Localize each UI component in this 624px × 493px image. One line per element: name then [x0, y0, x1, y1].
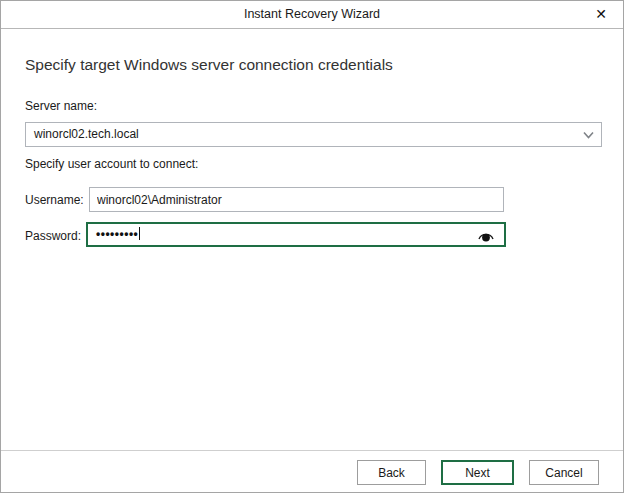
page-title: Specify target Windows server connection…	[25, 56, 393, 74]
server-name-combobox[interactable]: winorcl02.tech.local	[25, 122, 602, 147]
user-account-section-label: Specify user account to connect:	[25, 157, 198, 171]
footer-divider	[1, 450, 623, 451]
close-button[interactable]: ✕	[585, 2, 617, 27]
next-button[interactable]: Next	[441, 460, 514, 485]
instant-recovery-wizard-window: Instant Recovery Wizard ✕ Specify target…	[0, 0, 624, 493]
reveal-password-icon[interactable]	[476, 226, 496, 243]
server-name-label: Server name:	[25, 99, 97, 113]
window-title: Instant Recovery Wizard	[1, 1, 623, 28]
password-label: Password:	[25, 229, 81, 243]
back-button[interactable]: Back	[357, 460, 426, 485]
password-field[interactable]: •••••••••	[86, 222, 506, 247]
titlebar: Instant Recovery Wizard ✕	[1, 1, 623, 29]
password-masked-value: •••••••••	[96, 227, 138, 241]
chevron-down-icon[interactable]	[583, 131, 594, 139]
cancel-button[interactable]: Cancel	[529, 460, 599, 485]
close-icon: ✕	[595, 6, 607, 22]
server-name-value: winorcl02.tech.local	[34, 123, 139, 146]
text-caret	[139, 227, 140, 240]
username-label: Username:	[25, 193, 84, 207]
username-field[interactable]	[89, 187, 504, 212]
